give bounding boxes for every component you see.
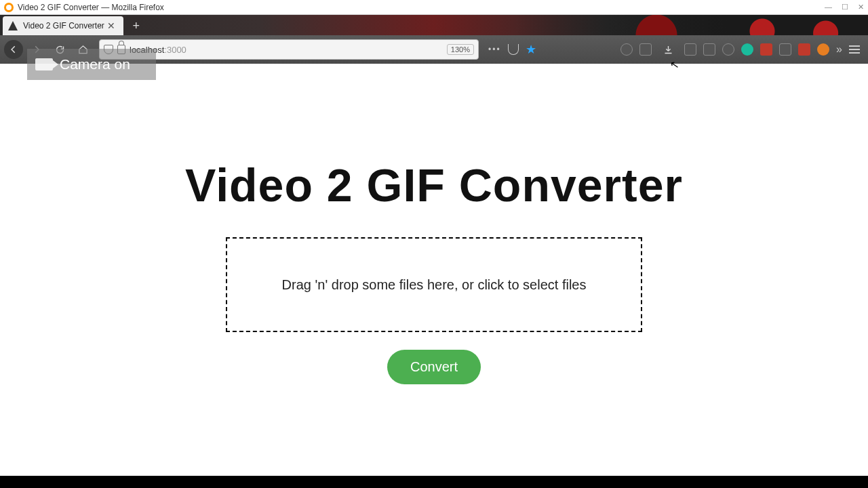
camera-icon xyxy=(35,58,53,70)
overflow-menu-button[interactable]: » xyxy=(836,43,842,56)
tab-active[interactable]: Video 2 GIF Converter ✕ xyxy=(3,16,123,35)
dropzone-hint: Drag 'n' drop some files here, or click … xyxy=(282,277,587,293)
window-minimize-button[interactable]: — xyxy=(825,3,832,12)
extension-icon[interactable] xyxy=(760,43,772,56)
page-actions-button[interactable]: ••• xyxy=(488,45,501,54)
convert-button[interactable]: Convert xyxy=(387,350,481,384)
tab-favicon-icon xyxy=(8,21,18,30)
window-close-button[interactable]: ✕ xyxy=(858,3,864,12)
os-titlebar: Video 2 GIF Converter — Mozilla Firefox … xyxy=(0,0,868,15)
camera-status-overlay: Camera on xyxy=(27,49,156,80)
zoom-indicator[interactable]: 130% xyxy=(447,44,474,55)
tab-title: Video 2 GIF Converter xyxy=(23,21,104,30)
window-title: Video 2 GIF Converter — Mozilla Firefox xyxy=(18,3,164,12)
app-menu-button[interactable] xyxy=(849,45,860,54)
back-button[interactable] xyxy=(4,40,23,59)
pocket-icon[interactable] xyxy=(508,44,519,55)
tab-close-button[interactable]: ✕ xyxy=(104,20,118,31)
window-maximize-button[interactable]: ☐ xyxy=(842,3,848,12)
extension-icon[interactable] xyxy=(722,43,734,56)
page-content: Video 2 GIF Converter Drag 'n' drop some… xyxy=(0,64,868,476)
sidebar-icon[interactable] xyxy=(703,43,715,56)
file-dropzone[interactable]: Drag 'n' drop some files here, or click … xyxy=(226,237,642,332)
address-bar[interactable]: localhost:3000 130% xyxy=(99,39,479,60)
camera-status-text: Camera on xyxy=(60,56,130,73)
extension-icon[interactable] xyxy=(798,43,810,56)
firefox-icon xyxy=(4,3,14,12)
video-control-bar xyxy=(0,476,868,488)
new-tab-button[interactable]: + xyxy=(127,17,145,35)
tab-strip: Video 2 GIF Converter ✕ + xyxy=(0,15,868,35)
bookmark-star-icon[interactable]: ★ xyxy=(526,42,536,57)
page-heading: Video 2 GIF Converter xyxy=(185,159,683,211)
extension-icon[interactable] xyxy=(620,43,633,56)
extension-icon[interactable] xyxy=(639,43,652,56)
library-icon[interactable] xyxy=(684,43,696,56)
extension-icon[interactable] xyxy=(741,43,753,56)
extension-icon[interactable] xyxy=(779,43,791,56)
extension-icon[interactable] xyxy=(817,43,829,56)
downloads-button[interactable] xyxy=(658,40,677,59)
toolbar-extensions: » xyxy=(620,40,864,59)
